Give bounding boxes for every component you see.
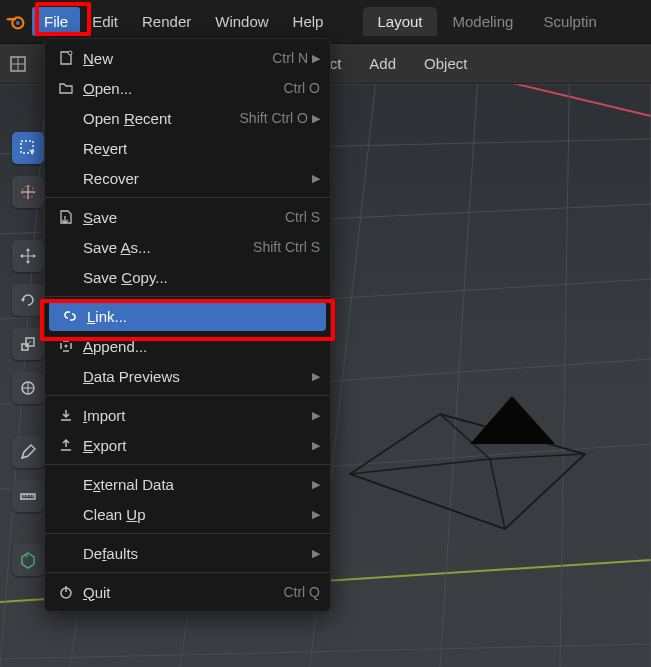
submenu-arrow-icon: ▶ xyxy=(312,52,320,65)
svg-line-13 xyxy=(440,44,480,667)
menu-item-recover[interactable]: Recover ▶ xyxy=(45,163,330,193)
menu-item-label: Append... xyxy=(83,338,320,355)
import-icon xyxy=(55,407,77,423)
menu-edit[interactable]: Edit xyxy=(80,7,130,36)
submenu-arrow-icon: ▶ xyxy=(312,478,320,491)
menu-help[interactable]: Help xyxy=(281,7,336,36)
append-icon xyxy=(55,338,77,354)
submenu-arrow-icon: ▶ xyxy=(312,508,320,521)
submenu-arrow-icon: ▶ xyxy=(312,547,320,560)
svg-line-17 xyxy=(350,474,505,529)
menu-item-label: Save Copy... xyxy=(83,269,320,286)
menu-item-label: Import xyxy=(83,407,312,424)
menu-item-label: Link... xyxy=(87,308,316,325)
tool-add-primitive[interactable]: + xyxy=(12,544,44,576)
menu-item-label: Quit xyxy=(83,584,283,601)
menu-item-label: Revert xyxy=(83,140,320,157)
tool-rotate[interactable] xyxy=(12,284,44,316)
menu-item-label: Recover xyxy=(83,170,312,187)
menu-separator xyxy=(45,572,330,573)
svg-line-8 xyxy=(0,644,651,659)
menu-render[interactable]: Render xyxy=(130,7,203,36)
svg-line-23 xyxy=(490,454,585,459)
menu-separator xyxy=(45,197,330,198)
menu-item-label: Open Recent xyxy=(83,110,240,127)
menu-item-label: Open... xyxy=(83,80,283,97)
menu-item-save[interactable]: Save Ctrl S xyxy=(45,202,330,232)
menu-item-data-previews[interactable]: Data Previews ▶ xyxy=(45,361,330,391)
menu-separator xyxy=(45,464,330,465)
menu-separator xyxy=(45,296,330,297)
header-add[interactable]: Add xyxy=(369,55,396,72)
menu-separator xyxy=(45,533,330,534)
menu-separator xyxy=(45,395,330,396)
tool-measure[interactable] xyxy=(12,480,44,512)
menu-item-open-recent[interactable]: Open Recent Shift Ctrl O ▶ xyxy=(45,103,330,133)
submenu-arrow-icon: ▶ xyxy=(312,370,320,383)
file-menu-dropdown: New Ctrl N ▶ Open... Ctrl O Open Recent … xyxy=(44,38,331,612)
menu-item-save-copy[interactable]: Save Copy... xyxy=(45,262,330,292)
workspace-tab-layout[interactable]: Layout xyxy=(363,7,436,36)
power-icon xyxy=(55,584,77,600)
menu-item-shortcut: Ctrl O xyxy=(283,80,320,96)
menu-item-shortcut: Ctrl Q xyxy=(283,584,320,600)
menu-item-revert[interactable]: Revert xyxy=(45,133,330,163)
svg-point-49 xyxy=(68,51,72,55)
menu-item-label: Defaults xyxy=(83,545,312,562)
export-icon xyxy=(55,437,77,453)
tool-select-box[interactable] xyxy=(12,132,44,164)
svg-line-24 xyxy=(490,459,505,529)
folder-icon xyxy=(55,80,77,96)
menu-item-open[interactable]: Open... Ctrl O xyxy=(45,73,330,103)
menu-item-shortcut: Shift Ctrl O xyxy=(240,110,308,126)
blender-logo-icon xyxy=(4,10,28,34)
svg-line-20 xyxy=(505,454,585,529)
menu-item-shortcut: Shift Ctrl S xyxy=(253,239,320,255)
svg-point-27 xyxy=(16,20,20,24)
svg-marker-16 xyxy=(350,414,585,529)
submenu-arrow-icon: ▶ xyxy=(312,172,320,185)
submenu-arrow-icon: ▶ xyxy=(312,439,320,452)
svg-point-50 xyxy=(65,345,68,348)
submenu-arrow-icon: ▶ xyxy=(312,409,320,422)
svg-text:+: + xyxy=(24,551,29,561)
menu-item-label: Save As... xyxy=(83,239,253,256)
menu-item-defaults[interactable]: Defaults ▶ xyxy=(45,538,330,568)
new-file-icon xyxy=(55,50,77,66)
svg-line-21 xyxy=(350,459,490,474)
menu-item-export[interactable]: Export ▶ xyxy=(45,430,330,460)
tool-move[interactable] xyxy=(12,240,44,272)
header-object[interactable]: Object xyxy=(424,55,467,72)
menu-item-external-data[interactable]: External Data ▶ xyxy=(45,469,330,499)
menu-item-label: Clean Up xyxy=(83,506,312,523)
menu-item-save-as[interactable]: Save As... Shift Ctrl S xyxy=(45,232,330,262)
tool-cursor[interactable] xyxy=(12,176,44,208)
menu-item-quit[interactable]: Quit Ctrl Q xyxy=(45,577,330,607)
menu-window[interactable]: Window xyxy=(203,7,280,36)
submenu-arrow-icon: ▶ xyxy=(312,112,320,125)
tool-scale[interactable] xyxy=(12,328,44,360)
tool-annotate[interactable] xyxy=(12,436,44,468)
save-icon xyxy=(55,209,77,225)
menu-item-append[interactable]: Append... xyxy=(45,331,330,361)
menu-item-label: Export xyxy=(83,437,312,454)
left-toolbar: + xyxy=(12,132,44,576)
menu-item-import[interactable]: Import ▶ xyxy=(45,400,330,430)
workspace-tab-sculpting[interactable]: Sculptin xyxy=(529,7,610,36)
svg-line-14 xyxy=(560,44,570,667)
tool-transform[interactable] xyxy=(12,372,44,404)
menu-item-label: New xyxy=(83,50,272,67)
menu-item-shortcut: Ctrl N xyxy=(272,50,308,66)
menu-item-clean-up[interactable]: Clean Up ▶ xyxy=(45,499,330,529)
menu-file[interactable]: File xyxy=(32,7,80,36)
link-icon xyxy=(59,308,81,324)
svg-marker-25 xyxy=(470,396,555,444)
menu-item-label: External Data xyxy=(83,476,312,493)
svg-line-19 xyxy=(350,414,440,474)
menu-item-shortcut: Ctrl S xyxy=(285,209,320,225)
pivot-icon[interactable] xyxy=(8,54,28,74)
menu-item-label: Data Previews xyxy=(83,368,312,385)
menu-item-link[interactable]: Link... xyxy=(49,301,326,331)
workspace-tab-modeling[interactable]: Modeling xyxy=(439,7,528,36)
menu-item-new[interactable]: New Ctrl N ▶ xyxy=(45,43,330,73)
